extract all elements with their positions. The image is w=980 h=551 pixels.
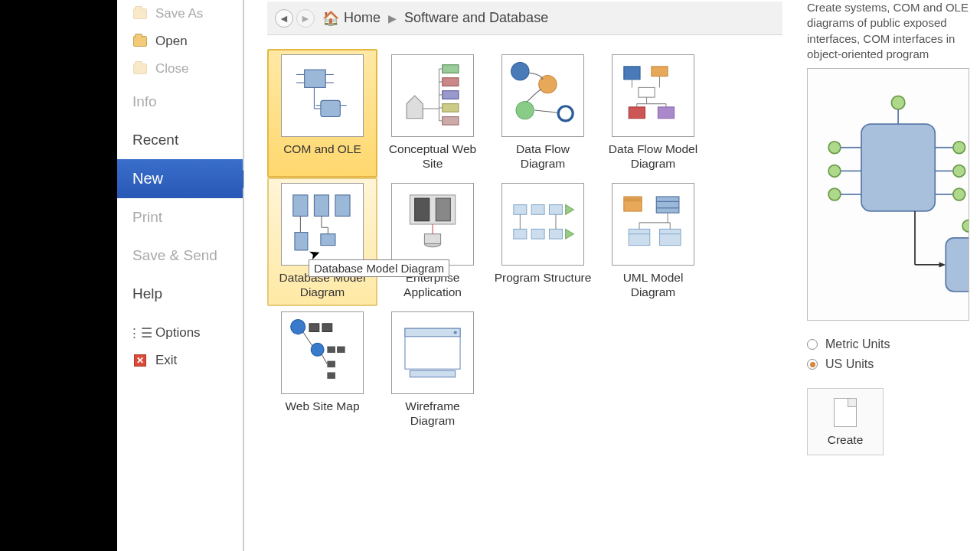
svg-rect-38 [293,195,308,217]
svg-rect-55 [549,205,562,215]
template-uml-model[interactable]: UML Model Diagram [598,178,708,306]
print-button[interactable]: Print [117,198,243,236]
page-icon [834,398,857,427]
open-label: Open [155,34,188,49]
svg-rect-30 [629,107,645,119]
svg-rect-83 [327,372,335,378]
details-pane: Create systems, COM and OLE diagrams of … [796,0,980,551]
nav-forward-button[interactable]: ► [296,9,315,28]
svg-rect-51 [424,234,440,244]
svg-point-99 [953,142,965,154]
svg-marker-60 [566,229,574,239]
home-icon: 🏠 [322,10,339,27]
svg-point-24 [539,76,557,93]
new-button[interactable]: New [117,159,243,198]
svg-rect-49 [436,198,450,221]
template-thumb [391,311,474,394]
svg-rect-0 [305,70,326,87]
exit-button[interactable]: ✕ Exit [117,347,243,374]
svg-point-93 [828,142,841,154]
svg-marker-10 [407,96,423,119]
svg-point-103 [953,188,965,201]
template-label: Web Site Map [285,399,359,429]
template-conceptual-web[interactable]: Conceptual Web Site [377,49,488,178]
template-com-ole[interactable]: COM and OLE [267,49,377,178]
print-label: Print [132,209,162,226]
svg-point-23 [511,63,529,80]
template-label: Program Structure [495,270,592,301]
radio-label: US Units [825,357,874,371]
template-thumb [501,54,584,137]
template-label: Data Flow Model Diagram [603,142,703,172]
backstage-sidebar: Save As Open Close Info Recent New Print… [117,0,243,551]
open-button[interactable]: Open [117,28,243,55]
svg-rect-57 [514,229,527,239]
options-button[interactable]: ⋮☰ Options [117,319,243,347]
radio-label: Metric Units [825,337,890,351]
svg-rect-31 [658,107,674,119]
svg-rect-65 [656,197,679,213]
svg-point-26 [558,106,573,121]
template-thumb [501,183,584,266]
svg-rect-70 [659,229,681,245]
svg-rect-68 [629,229,650,245]
help-label: Help [132,285,162,302]
info-label: Info [132,93,157,110]
recent-button[interactable]: Recent [117,121,243,159]
exit-icon: ✕ [132,353,148,368]
svg-rect-82 [327,361,335,367]
template-gallery: COM and OLE Conceptual Web Site Data Flo… [244,35,796,551]
svg-rect-89 [410,370,455,377]
tooltip: Database Model Diagram [309,259,449,277]
svg-rect-15 [443,117,459,126]
svg-rect-29 [639,87,655,97]
svg-rect-59 [549,229,562,239]
main-panel: ◄ ► 🏠 Home ▶ Software and Database COM a… [243,0,796,551]
template-web-site-map[interactable]: Web Site Map [267,306,377,435]
template-thumb [391,54,474,137]
svg-rect-87 [405,328,460,337]
template-wireframe[interactable]: Wireframe Diagram [377,306,488,435]
template-database-model[interactable]: Database Model Diagram ➤ Database Model … [267,178,377,306]
template-label: Conceptual Web Site [383,142,482,172]
svg-rect-48 [415,198,430,221]
save-as-label: Save As [155,6,203,21]
template-thumb [391,183,474,266]
nav-back-button[interactable]: ◄ [275,9,293,28]
template-data-flow[interactable]: Data Flow Diagram [488,49,598,178]
help-button[interactable]: Help [117,275,243,313]
template-thumb [281,183,364,266]
info-button[interactable]: Info [117,83,243,121]
close-button[interactable]: Close [117,55,243,83]
svg-point-91 [891,96,905,109]
template-enterprise-app[interactable]: Enterprise Application [377,178,488,306]
svg-point-79 [311,343,324,356]
breadcrumb-home[interactable]: 🏠 Home [322,10,381,27]
svg-point-95 [828,165,841,178]
save-as-button[interactable]: Save As [117,0,243,28]
svg-rect-64 [624,198,642,201]
template-thumb [281,311,364,394]
svg-line-84 [303,331,313,346]
options-label: Options [155,325,201,341]
create-button[interactable]: Create [807,388,884,455]
svg-rect-39 [314,195,328,217]
template-label: UML Model Diagram [603,270,703,301]
svg-rect-54 [531,205,544,215]
svg-rect-13 [443,91,459,99]
svg-rect-12 [443,78,459,86]
template-data-flow-model[interactable]: Data Flow Model Diagram [598,49,708,178]
save-send-button[interactable]: Save & Send [117,236,243,275]
options-icon: ⋮☰ [132,325,148,341]
svg-rect-108 [946,238,969,292]
svg-rect-27 [624,67,640,80]
template-label: Data Flow Diagram [493,142,593,172]
template-program-structure[interactable]: Program Structure [488,178,598,306]
create-label: Create [828,433,864,447]
chevron-right-icon: ▶ [388,12,397,24]
exit-label: Exit [155,353,177,368]
units-us-radio[interactable]: US Units [807,357,969,371]
units-metric-radio[interactable]: Metric Units [807,337,969,351]
new-label: New [132,170,163,187]
close-label: Close [155,61,188,77]
